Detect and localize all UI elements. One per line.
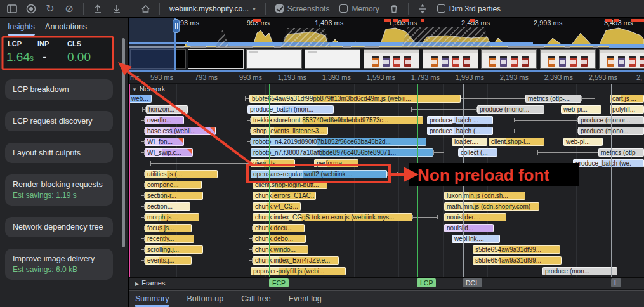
network-request-bar[interactable]: chunk.index_Bxn4rJZ9.e...	[253, 256, 339, 265]
network-request-bar[interactable]: produce (monor...	[477, 105, 544, 114]
network-request-bar[interactable]: web...	[129, 95, 152, 103]
block-icon[interactable]: ⊘	[61, 1, 77, 16]
network-request-bar[interactable]: trekkie.storefront.853740ed6e9bdebbd9757…	[251, 116, 423, 124]
memory-checkbox[interactable]: Memory	[339, 4, 379, 13]
filmstrip-frame[interactable]	[364, 49, 419, 69]
network-request-bar[interactable]: compone...	[145, 181, 202, 189]
filmstrip-frame[interactable]	[540, 49, 596, 69]
insight-card[interactable]: Render blocking requestsEst savings: 1.1…	[5, 174, 113, 206]
network-request-bar[interactable]: polyfill...	[610, 105, 644, 114]
overview-selection-window[interactable]	[129, 18, 176, 48]
filmstrip-frame[interactable]	[423, 49, 478, 69]
gc-trash-icon[interactable]	[386, 1, 402, 16]
network-request-bar[interactable]: horizon...	[146, 105, 188, 114]
network-request-bar[interactable]: recently...	[145, 235, 194, 243]
network-request-bar[interactable]: scrolling.j...	[145, 245, 203, 254]
request-whisker	[245, 96, 249, 101]
reload-icon[interactable]: ↻	[42, 1, 58, 16]
network-request-bar[interactable]: client.shop-l...	[489, 138, 544, 146]
network-request-bar[interactable]: chunk.docu...	[253, 224, 305, 232]
network-request-bar[interactable]: nouislid...	[444, 224, 494, 232]
filmstrip-frame[interactable]	[246, 49, 302, 69]
filmstrip-frame[interactable]	[305, 49, 360, 69]
network-request-bar[interactable]: chunk.windo...	[253, 245, 308, 254]
insight-card[interactable]: Improve image deliveryEst savings: 6.0 k…	[5, 249, 113, 280]
network-request-bar[interactable]: b5bfe654aw9a31df99pb879ff13m3bd6cd49m.js…	[249, 95, 461, 103]
timeline-overview[interactable]: 93 ms993 ms1,493 ms1,993 ms2,493 ms2,993…	[129, 18, 644, 48]
network-request-bar[interactable]: nouislider....	[444, 213, 506, 221]
insight-card[interactable]: Network dependency tree	[5, 217, 113, 237]
network-request-bar[interactable]: base.css (webii...	[145, 127, 216, 135]
network-request-bar[interactable]: collect (...	[458, 148, 497, 157]
network-request-bar[interactable]: s5bfe654aw9a31df99...	[473, 256, 562, 265]
network-request-bar[interactable]: events.j...	[145, 256, 192, 265]
tab-annotations[interactable]: Annotations	[45, 22, 87, 36]
long-task-marker	[631, 19, 644, 22]
network-request-bar[interactable]: opensans-regular.woff2 (webiiink....	[251, 170, 387, 178]
tab-bottom-up[interactable]: Bottom-up	[187, 291, 223, 307]
network-section-header[interactable]: ▼Network	[132, 85, 165, 93]
filmstrip-frame[interactable]	[481, 49, 537, 69]
network-request-bar[interactable]: chunk.index_CGgS-tok.en.esm.js (webiiink…	[253, 213, 412, 221]
network-request-bar[interactable]: produce_batch ...	[427, 116, 493, 124]
filmstrip-frame[interactable]	[599, 49, 644, 69]
network-request-bar[interactable]: s5bfe654aw9a31df99...	[473, 245, 560, 254]
network-request-bar[interactable]: view...ts	[251, 159, 295, 167]
network-request-bar[interactable]: cart.js ...	[610, 95, 644, 103]
tab-call-tree[interactable]: Call tree	[241, 291, 271, 307]
network-request-bar[interactable]: chunk.debo...	[253, 235, 306, 243]
toolbar-separator	[83, 3, 84, 15]
toggle-panel-icon[interactable]	[4, 1, 20, 16]
network-request-bar[interactable]: shop_events_listener-3...	[251, 127, 328, 135]
filmstrip-frame[interactable]	[188, 49, 244, 69]
frames-section-header[interactable]: ▶Frames	[135, 279, 165, 287]
network-request-bar[interactable]: metrics (otlp	[598, 148, 644, 157]
network-request-bar[interactable]: section-r...	[145, 192, 203, 200]
home-icon[interactable]	[137, 1, 154, 16]
network-request-bar[interactable]: webiiink....	[452, 235, 500, 243]
network-request-bar[interactable]: produce (mon...	[542, 267, 617, 275]
lcp-header: LCP	[8, 40, 22, 48]
network-request-bar[interactable]: web-pi...	[563, 138, 603, 146]
tab-summary[interactable]: Summary	[135, 291, 169, 307]
tab-insights[interactable]: Insights	[8, 22, 35, 36]
network-request-bar[interactable]: performa...	[314, 159, 358, 167]
insight-card[interactable]: Layout shift culprits	[5, 143, 113, 163]
network-request-bar[interactable]: luxon.min.js (cdn.sh...	[444, 192, 525, 200]
network-request-bar[interactable]: produce_batch (we.	[573, 159, 644, 167]
network-request-bar[interactable]: utilities.js (...	[145, 170, 218, 178]
network-request-bar[interactable]: produce_batch (...	[427, 127, 493, 135]
product-jar	[393, 56, 400, 67]
network-request-bar[interactable]: metrics (otlp-...	[525, 95, 581, 103]
network-request-bar[interactable]: math.min.js (cdn.shopify.com)	[444, 202, 539, 211]
network-request-bar[interactable]: WI_fon...	[145, 138, 184, 146]
screenshots-checkbox[interactable]: Screenshots	[275, 4, 330, 13]
network-request-bar[interactable]: client.shop-login-butt...	[253, 181, 327, 189]
selection-handle[interactable]	[173, 19, 180, 33]
network-request-bar[interactable]: popover-polyfill.js (webi...	[251, 267, 346, 275]
download-icon[interactable]	[108, 1, 125, 16]
network-request-bar[interactable]: focus.js...	[145, 224, 192, 232]
network-request-bar[interactable]: produce_batch (mon...	[247, 105, 334, 114]
network-request-bar[interactable]: overflo...	[145, 116, 184, 124]
network-request-bar[interactable]: chunk.errors_C1AC...	[253, 192, 316, 200]
network-request-bar[interactable]: web-pi...	[561, 105, 601, 114]
overview-time-label: 1,493 ms	[315, 19, 343, 27]
sidebar-scrollbar[interactable]	[122, 38, 125, 247]
dim-3rd-parties-checkbox[interactable]: Dim 3rd parties	[437, 4, 501, 13]
network-request-bar[interactable]: roboto_n7.f38007a10afbbde8976c4056bfe890…	[251, 148, 433, 157]
insight-card[interactable]: LCP breakdown	[5, 79, 113, 100]
network-request-bar[interactable]: WI_swip.c...	[145, 148, 193, 157]
network-request-bar[interactable]: roboto_n4.2019d890f07b1852f56ce63ba45b2d…	[251, 138, 426, 146]
upload-icon[interactable]	[89, 1, 106, 16]
tab-event-log[interactable]: Event log	[289, 291, 322, 307]
origin-selector[interactable]: webiiink.myshopify.co... ▾	[166, 4, 260, 13]
network-request-bar[interactable]: chunk.v4_CS...	[253, 202, 301, 211]
insight-card[interactable]: LCP request discovery	[5, 111, 113, 131]
network-request-bar[interactable]: section...	[145, 202, 190, 211]
long-task-marker	[605, 19, 612, 22]
collapse-icon[interactable]	[414, 1, 431, 16]
network-request-bar[interactable]: morph.js ...	[145, 213, 199, 221]
network-request-bar[interactable]: loader....	[452, 138, 487, 146]
record-icon[interactable]	[23, 1, 39, 16]
